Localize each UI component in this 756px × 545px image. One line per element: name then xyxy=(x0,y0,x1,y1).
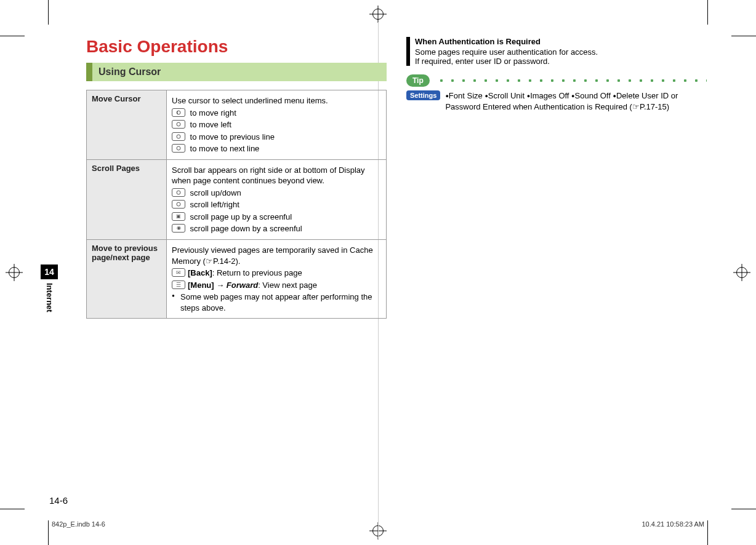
crop-mark xyxy=(0,36,25,36)
page-content: 14 Internet Basic Operations Using Curso… xyxy=(49,37,707,502)
menu-key-icon xyxy=(172,280,185,289)
settings-row: Settings ●Font Size ●Scroll Unit ●Images… xyxy=(406,90,707,113)
row-intro: Use cursor to select underlined menu ite… xyxy=(172,95,381,106)
table-row: Move Cursor Use cursor to select underli… xyxy=(87,90,387,160)
row-intro: Previously viewed pages are temporarily … xyxy=(172,245,381,266)
row-label: Move to previous page/next page xyxy=(87,240,167,319)
crop-mark xyxy=(707,0,708,25)
chapter-name: Internet xyxy=(45,279,54,312)
settings-badge: Settings xyxy=(406,90,440,100)
crop-mark xyxy=(707,520,708,545)
settings-text: ●Font Size ●Scroll Unit ●Images Off ●Sou… xyxy=(445,90,707,113)
left-column: Basic Operations Using Cursor Move Curso… xyxy=(49,37,387,319)
nav-horizontal-icon xyxy=(172,200,185,209)
nav-vertical-icon xyxy=(172,188,185,197)
table-row: Scroll Pages Scroll bar appears on right… xyxy=(87,159,387,239)
registration-mark-icon xyxy=(9,267,20,278)
print-footer: 842p_E.indb 14-6 10.4.21 10:58:23 AM xyxy=(52,520,704,528)
crop-mark xyxy=(0,509,25,509)
page-number: 14-6 xyxy=(49,495,68,506)
row-note: Some web pages may not appear after perf… xyxy=(172,292,381,313)
row-label: Scroll Pages xyxy=(87,159,167,239)
table-row: Move to previous page/next page Previous… xyxy=(87,240,387,319)
auth-info-box: When Authentication is Required Some pag… xyxy=(406,37,707,66)
crop-mark xyxy=(731,36,756,36)
operations-table: Move Cursor Use cursor to select underli… xyxy=(86,90,387,319)
mail-key-icon xyxy=(172,268,185,277)
section-heading: Using Cursor xyxy=(86,63,387,81)
footer-left: 842p_E.indb 14-6 xyxy=(52,520,105,528)
side-tab: 14 Internet xyxy=(41,265,58,312)
registration-mark-icon xyxy=(372,9,384,20)
nav-right-icon xyxy=(172,108,185,117)
nav-down-icon xyxy=(172,144,185,153)
footer-right: 10.4.21 10:58:23 AM xyxy=(641,520,704,528)
page-up-key-icon xyxy=(172,212,185,221)
crop-mark xyxy=(48,520,49,545)
row-label: Move Cursor xyxy=(87,90,167,160)
nav-left-icon xyxy=(172,120,185,129)
row-intro: Scroll bar appears on right side or at b… xyxy=(172,165,381,186)
tip-badge: Tip xyxy=(406,74,430,87)
auth-line: If required, enter user ID or password. xyxy=(415,57,707,66)
page-title: Basic Operations xyxy=(86,37,387,57)
tip-row: Tip xyxy=(406,74,707,87)
tip-dots-icon xyxy=(436,79,707,82)
auth-line: Some pages require user authentication f… xyxy=(415,47,707,57)
chapter-number: 14 xyxy=(41,265,58,279)
auth-title: When Authentication is Required xyxy=(415,37,707,46)
right-column: When Authentication is Required Some pag… xyxy=(406,37,707,319)
crop-mark xyxy=(48,0,49,25)
page-down-key-icon xyxy=(172,224,185,233)
crop-mark xyxy=(731,509,756,509)
nav-up-icon xyxy=(172,132,185,141)
registration-mark-icon xyxy=(736,267,747,278)
